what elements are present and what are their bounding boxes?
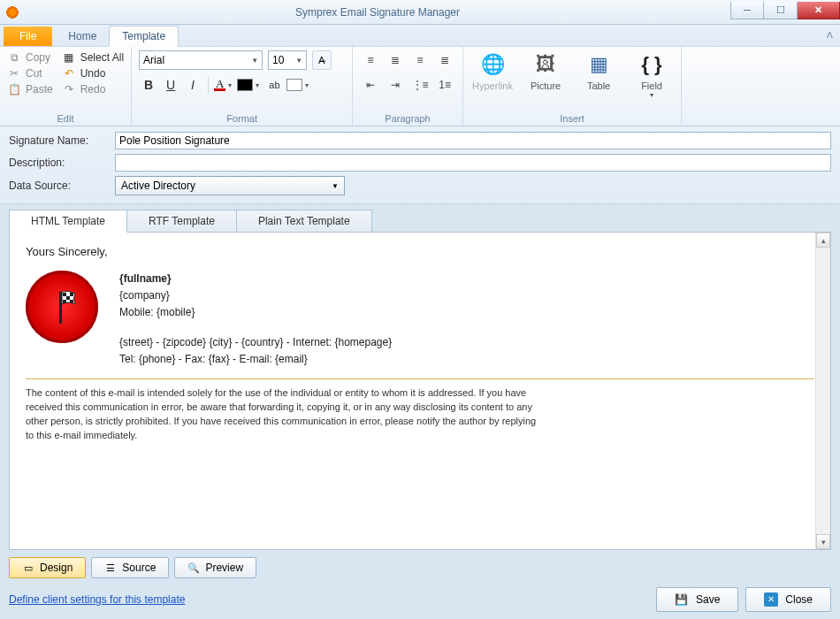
fill-color-button[interactable]: ▾: [286, 79, 311, 91]
group-label-insert: Insert: [470, 111, 674, 124]
eraser-icon: A̶: [318, 55, 325, 66]
tab-file[interactable]: File: [4, 27, 52, 46]
group-label-edit: Edit: [7, 111, 124, 124]
picture-icon: 🖼: [531, 50, 560, 79]
fullname-field: {fullname}: [119, 271, 392, 287]
indent-button[interactable]: ⇥: [385, 75, 406, 95]
maximize-button[interactable]: ☐: [764, 2, 798, 19]
svg-rect-3: [66, 296, 70, 300]
window-close-button[interactable]: ✕: [798, 2, 840, 19]
design-view-button[interactable]: ▭Design: [9, 557, 86, 578]
font-color-button[interactable]: A▾: [214, 80, 234, 91]
font-color-icon: A: [214, 80, 225, 91]
select-all-button[interactable]: ▦Select All: [62, 50, 124, 65]
align-center-icon: ≣: [391, 54, 400, 66]
signature-text-block: {fullname} {company} Mobile: {mobile} {s…: [119, 271, 392, 368]
app-icon: [5, 5, 19, 19]
group-label-paragraph: Paragraph: [360, 111, 455, 124]
signature-name-label: Signature Name:: [9, 134, 115, 147]
window-title: Symprex Email Signature Manager: [25, 6, 730, 19]
align-justify-button[interactable]: ≣: [434, 50, 455, 70]
align-left-button[interactable]: ≡: [360, 50, 381, 70]
save-button[interactable]: 💾Save: [656, 587, 738, 612]
align-right-button[interactable]: ≡: [409, 50, 431, 70]
title-bar: Symprex Email Signature Manager ─ ☐ ✕: [0, 0, 840, 25]
table-button[interactable]: ▦ Table: [577, 50, 621, 99]
close-button[interactable]: ✕Close: [745, 587, 831, 612]
chevron-down-icon: ▾: [225, 81, 234, 89]
chevron-down-icon: ▾: [302, 81, 311, 89]
tab-plain-template[interactable]: Plain Text Template: [236, 210, 372, 233]
ribbon-group-paragraph: ≡ ≣ ≡ ≣ ⇤ ⇥ ⋮≡ 1≡ Paragraph: [353, 47, 463, 126]
color-swatch-icon: [237, 79, 253, 91]
ribbon-group-edit: ⧉Copy ▦Select All ✂Cut ↶Undo 📋Paste ↷Red…: [0, 47, 132, 126]
ribbon-group-format: Arial▼ 10▼ A̶ B U I A▾ ▾ ab ▾ Format: [132, 47, 353, 126]
paste-button[interactable]: 📋Paste: [7, 82, 53, 96]
mobile-field: Mobile: {mobile}: [119, 304, 392, 321]
highlighter-icon: ab: [269, 80, 279, 90]
align-justify-icon: ≣: [440, 54, 449, 66]
font-family-combo[interactable]: Arial▼: [139, 50, 263, 70]
highlight-color-button[interactable]: ▾: [237, 79, 262, 91]
template-editor[interactable]: Yours Sincerely, {fullname} {company} Mo…: [10, 233, 830, 549]
select-all-icon: ▦: [62, 50, 76, 65]
template-tabs: HTML Template RTF Template Plain Text Te…: [9, 210, 831, 233]
outdent-icon: ⇤: [366, 79, 375, 91]
address-field: {street} - {zipcode} {city} - {country} …: [119, 334, 392, 351]
number-list-icon: 1≡: [439, 79, 451, 91]
bold-button[interactable]: B: [139, 75, 158, 95]
svg-rect-4: [63, 300, 66, 303]
color-swatch-icon: [286, 79, 302, 91]
text-highlight-button[interactable]: ab: [264, 75, 284, 95]
undo-icon: ↶: [62, 66, 76, 80]
number-list-button[interactable]: 1≡: [434, 75, 455, 95]
align-left-icon: ≡: [368, 54, 374, 66]
picture-button[interactable]: 🖼 Picture: [523, 50, 568, 99]
svg-rect-2: [70, 293, 73, 296]
client-settings-link[interactable]: Define client settings for this template: [9, 593, 185, 606]
tab-html-template[interactable]: HTML Template: [9, 210, 127, 233]
bullet-list-icon: ⋮≡: [412, 79, 429, 91]
ribbon-group-insert: 🌐 Hyperlink 🖼 Picture ▦ Table { } Field …: [463, 47, 682, 126]
signature-name-input[interactable]: [115, 132, 831, 149]
ribbon-collapse-icon[interactable]: ᐱ: [827, 30, 833, 40]
underline-button[interactable]: U: [161, 75, 180, 95]
datasource-label: Data Source:: [9, 180, 115, 192]
tab-home[interactable]: Home: [56, 27, 109, 46]
align-center-button[interactable]: ≣: [385, 50, 406, 70]
field-button[interactable]: { } Field ▾: [630, 50, 674, 99]
hyperlink-button[interactable]: 🌐 Hyperlink: [470, 50, 515, 99]
disclaimer-text: The content of this e-mail is intended s…: [26, 386, 538, 443]
company-field: {company}: [119, 287, 392, 304]
clear-format-button[interactable]: A̶: [312, 50, 332, 70]
minimize-button[interactable]: ─: [730, 2, 764, 19]
datasource-select[interactable]: Active Directory ▼: [115, 176, 345, 195]
redo-icon: ↷: [62, 82, 76, 96]
copy-button[interactable]: ⧉Copy: [7, 50, 53, 65]
svg-rect-1: [63, 293, 66, 296]
italic-button[interactable]: I: [183, 75, 202, 95]
scroll-down-icon[interactable]: ▾: [816, 534, 830, 549]
description-input[interactable]: [115, 154, 831, 172]
scroll-up-icon[interactable]: ▴: [816, 233, 830, 248]
undo-button[interactable]: ↶Undo: [62, 66, 124, 80]
chevron-down-icon: ▼: [290, 57, 302, 65]
divider: [26, 378, 814, 379]
greeting-text: Yours Sincerely,: [26, 245, 814, 258]
outdent-button[interactable]: ⇤: [360, 75, 381, 95]
chevron-down-icon: ▾: [253, 81, 262, 89]
indent-icon: ⇥: [391, 79, 400, 91]
flag-icon: [40, 285, 84, 329]
font-size-combo[interactable]: 10▼: [268, 50, 307, 70]
cut-button[interactable]: ✂Cut: [7, 66, 53, 80]
editor-container: Yours Sincerely, {fullname} {company} Mo…: [9, 232, 831, 550]
source-view-button[interactable]: ☰Source: [91, 557, 169, 578]
tab-template[interactable]: Template: [109, 26, 179, 47]
redo-button[interactable]: ↷Redo: [62, 82, 124, 96]
preview-view-button[interactable]: 🔍Preview: [174, 557, 256, 578]
chevron-down-icon: ▼: [246, 57, 258, 65]
scrollbar[interactable]: ▴ ▾: [815, 233, 830, 549]
bullet-list-button[interactable]: ⋮≡: [409, 75, 431, 95]
phone-field: Tel: {phone} - Fax: {fax} - E-mail: {ema…: [119, 351, 392, 368]
tab-rtf-template[interactable]: RTF Template: [126, 210, 237, 233]
